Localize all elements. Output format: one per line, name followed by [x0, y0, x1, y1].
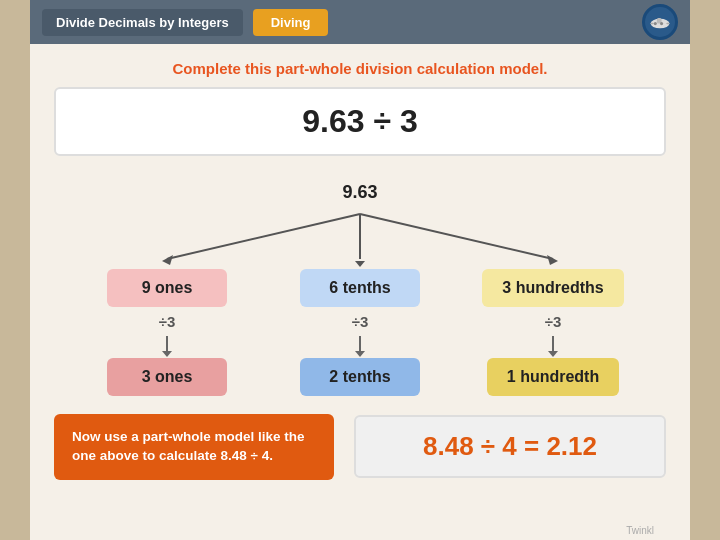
header-bar: Divide Decimals by Integers Diving [30, 0, 690, 44]
box-3hundredths: 3 hundredths [482, 269, 623, 307]
equation-box: 9.63 ÷ 3 [54, 87, 666, 156]
bg-right [690, 0, 720, 540]
svg-line-10 [360, 214, 553, 259]
prompt-box: Now use a part-whole model like the one … [54, 414, 334, 480]
bottom-row: Now use a part-whole model like the one … [54, 414, 666, 480]
divisor-ones: ÷3 [159, 313, 176, 330]
content-panel: Complete this part-whole division calcul… [30, 44, 690, 540]
box-9ones: 9 ones [107, 269, 227, 307]
answer-box: 8.48 ÷ 4 = 2.12 [354, 415, 666, 478]
tab-diving[interactable]: Diving [253, 9, 329, 36]
root-label: 9.63 [326, 176, 393, 209]
bg-left [0, 0, 30, 540]
result-hundredths: 1 hundredth [487, 358, 619, 396]
box-6tenths: 6 tenths [300, 269, 420, 307]
main-container: Divide Decimals by Integers Diving Compl… [30, 0, 690, 540]
svg-marker-9 [355, 261, 365, 267]
svg-point-3 [660, 22, 663, 25]
equation-display: 9.63 ÷ 3 [302, 103, 417, 139]
svg-marker-7 [162, 255, 173, 265]
level1-row: 9 ones ÷3 3 ones 6 tenths ÷3 2 tenths [70, 269, 650, 396]
svg-marker-11 [547, 255, 558, 265]
result-tenths: 2 tenths [300, 358, 420, 396]
svg-point-2 [654, 22, 657, 25]
node-tenths: 6 tenths ÷3 2 tenths [264, 269, 457, 396]
watermark: Twinkl [626, 525, 654, 536]
svg-rect-5 [666, 23, 669, 25]
tree-arrows [70, 209, 650, 269]
answer-text: 8.48 ÷ 4 = 2.12 [423, 431, 597, 461]
submarine-icon [642, 4, 678, 40]
tree-diagram: 9.63 9 ones ÷3 [70, 176, 650, 396]
result-ones: 3 ones [107, 358, 227, 396]
node-hundredths: 3 hundredths ÷3 1 hundredth [457, 269, 650, 396]
divisor-hundredths: ÷3 [545, 313, 562, 330]
node-ones: 9 ones ÷3 3 ones [71, 269, 264, 396]
root-node: 9.63 [70, 176, 650, 209]
svg-line-6 [167, 214, 360, 259]
divisor-tenths: ÷3 [352, 313, 369, 330]
svg-rect-4 [651, 23, 654, 25]
instruction-text: Complete this part-whole division calcul… [54, 60, 666, 77]
header-title: Divide Decimals by Integers [42, 9, 243, 36]
